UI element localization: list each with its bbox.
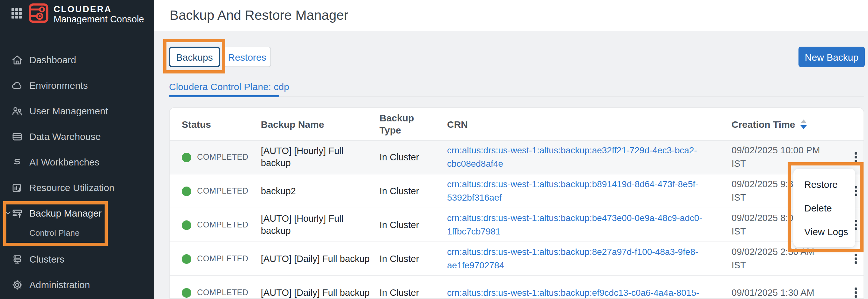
backup-type: In Cluster: [379, 288, 447, 298]
crn-link[interactable]: 1ffbc7cb7981: [447, 225, 732, 238]
sidebar-item-label: Environments: [29, 80, 88, 91]
creation-time-zone: IST: [732, 260, 746, 270]
row-actions-kebab-icon[interactable]: [852, 285, 860, 299]
creation-time: 09/02/2025 9:3: [732, 179, 794, 189]
row-actions-menu: Restore Delete View Logs: [794, 169, 855, 247]
row-actions-kebab-icon[interactable]: [852, 251, 860, 266]
table-row: COMPLETED [AUTO] [Hourly] Full backup In…: [169, 140, 864, 174]
backup-type: In Cluster: [379, 220, 447, 230]
header-status: Status: [169, 118, 261, 129]
menu-item-view-logs[interactable]: View Logs: [794, 220, 855, 243]
app-switcher-icon[interactable]: [11, 8, 22, 19]
brand-text: CLOUDERA Management Console: [54, 4, 144, 24]
crn-link[interactable]: crn:altus:drs:us-west-1:altus:backup:ef9…: [447, 286, 732, 299]
crn-link[interactable]: crn:altus:drs:us-west-1:altus:backup:b89…: [447, 178, 732, 191]
crn-link[interactable]: crn:altus:drs:us-west-1:altus:backup:ae3…: [447, 144, 732, 157]
active-tab-underline: [169, 95, 279, 97]
sidebar-item-label: AI Workbenches: [29, 157, 99, 167]
status-badge: COMPLETED: [197, 220, 248, 229]
warehouse-icon: [11, 130, 24, 143]
header-backup-type: Backup Type: [379, 112, 428, 136]
tab-cloudera-control-plane[interactable]: Cloudera Control Plane: cdp: [169, 81, 289, 92]
users-icon: [11, 105, 24, 117]
sidebar-item-label: Backup Manager: [29, 208, 102, 218]
status-badge: COMPLETED: [197, 254, 248, 263]
sidebar-item-label: Clusters: [29, 254, 64, 265]
sidebar-item-label: User Management: [29, 105, 108, 116]
page-title: Backup And Restore Manager: [169, 8, 348, 23]
status-badge: COMPLETED: [197, 153, 248, 162]
sidebar-item-control-plane[interactable]: Control Plane: [29, 228, 80, 238]
crn-link[interactable]: cbc08ed8af4e: [447, 157, 732, 170]
backup-name: backup2: [261, 185, 363, 197]
sidebar-item-label: Dashboard: [29, 54, 76, 65]
header-creation-time-label: Creation Time: [732, 117, 795, 131]
backup-type: In Cluster: [379, 186, 447, 196]
backups-table: Status Backup Name Backup Type CRN Creat…: [169, 107, 864, 299]
sort-icon[interactable]: [800, 119, 807, 129]
new-backup-button[interactable]: New Backup: [799, 47, 865, 67]
crn-link[interactable]: ae1fe9702784: [447, 259, 732, 272]
table-row: COMPLETED [AUTO] [Daily] Full backup In …: [169, 276, 864, 299]
table-header-row: Status Backup Name Backup Type CRN Creat…: [169, 108, 864, 140]
app-window: CLOUDERA Management Console Dashboard En…: [0, 0, 868, 299]
creation-time-zone: IST: [732, 192, 746, 202]
ai-workbenches-icon: [11, 156, 24, 168]
backup-manager-icon: [11, 207, 24, 219]
sidebar-item-resource-utilization[interactable]: Resource Utilization: [0, 179, 154, 196]
status-dot: [182, 186, 191, 196]
status-dot: [182, 220, 191, 230]
gear-icon: [11, 278, 24, 291]
tab-backups[interactable]: Backups: [169, 47, 220, 67]
resource-utilization-icon: [11, 181, 24, 194]
tab-restores[interactable]: Restores: [223, 47, 271, 67]
header-crn: CRN: [447, 117, 732, 131]
table-row: COMPLETED backup2 In Cluster crn:altus:d…: [169, 174, 864, 208]
status-badge: COMPLETED: [197, 187, 248, 195]
sidebar-item-dashboard[interactable]: Dashboard: [0, 51, 154, 69]
sidebar-item-user-management[interactable]: User Management: [0, 102, 154, 119]
menu-item-restore[interactable]: Restore: [794, 172, 855, 196]
cloud-icon: [11, 79, 24, 92]
home-icon: [11, 53, 24, 66]
menu-item-delete[interactable]: Delete: [794, 196, 855, 220]
backup-name: [AUTO] [Hourly] Full backup: [261, 213, 363, 237]
brand-product: Management Console: [54, 14, 144, 24]
backup-name: [AUTO] [Daily] Full backup: [261, 253, 379, 265]
status-badge: COMPLETED: [197, 288, 248, 297]
creation-time: 09/02/2025 2:30 AM: [732, 247, 814, 257]
status-dot: [182, 254, 191, 264]
crn-link[interactable]: crn:altus:drs:us-west-1:altus:backup:8e2…: [447, 245, 732, 259]
cloudera-logo-icon: [29, 3, 49, 23]
backup-name: [AUTO] [Daily] Full backup: [261, 287, 379, 299]
crn-link[interactable]: crn:altus:drs:us-west-1:altus:backup:be4…: [447, 212, 732, 225]
sidebar-item-backup-manager[interactable]: Backup Manager: [0, 205, 154, 222]
sidebar-item-environments[interactable]: Environments: [0, 77, 154, 94]
sidebar-item-label: Resource Utilization: [29, 182, 115, 193]
crn-link[interactable]: 5392bf316aef: [447, 191, 732, 205]
row-actions-kebab-icon[interactable]: [852, 150, 860, 165]
creation-time-zone: IST: [732, 226, 746, 236]
sidebar-item-ai-workbenches[interactable]: AI Workbenches: [0, 153, 154, 170]
sidebar-item-administration[interactable]: Administration: [0, 276, 154, 293]
creation-time: 09/02/2025 10:00 PM: [732, 145, 820, 155]
clusters-icon: [11, 253, 24, 266]
sidebar-item-label: Administration: [29, 279, 90, 290]
header-backup-name: Backup Name: [261, 118, 379, 130]
backup-type: In Cluster: [379, 152, 447, 162]
table-row: COMPLETED [AUTO] [Hourly] Full backup In…: [169, 208, 864, 242]
creation-time: 09/01/2025 1:30 AM: [732, 287, 814, 297]
status-dot: [182, 288, 191, 297]
creation-time: 09/02/2025 8:0: [732, 213, 794, 223]
backup-name: [AUTO] [Hourly] Full backup: [261, 145, 363, 169]
sidebar-item-data-warehouse[interactable]: Data Warehouse: [0, 128, 154, 145]
creation-time-zone: IST: [732, 159, 746, 169]
sidebar-item-clusters[interactable]: Clusters: [0, 250, 154, 268]
table-row: COMPLETED [AUTO] [Daily] Full backup In …: [169, 242, 864, 276]
backup-type: In Cluster: [379, 254, 447, 264]
header-creation-time[interactable]: Creation Time: [732, 117, 848, 131]
status-dot: [182, 153, 191, 162]
brand-name: CLOUDERA: [54, 4, 144, 14]
sidebar: CLOUDERA Management Console Dashboard En…: [0, 0, 154, 299]
sidebar-item-label: Data Warehouse: [29, 131, 101, 142]
